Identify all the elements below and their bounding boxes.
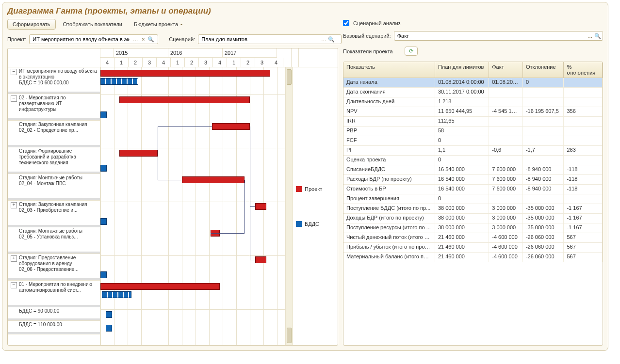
legend-bdds: БДДС <box>296 221 335 227</box>
cell-pct <box>564 117 603 126</box>
tree-row[interactable]: +Стадия: Предоставление оборудования в а… <box>8 254 100 281</box>
cell-fact <box>489 88 523 97</box>
cell-deviation <box>523 88 564 97</box>
legend-project: Проект <box>296 186 335 192</box>
cell-plan: 58 <box>435 127 489 136</box>
expander-icon[interactable]: − <box>11 95 17 102</box>
tree-row[interactable]: Стадия: Монтажные работы02_04 - Монтаж П… <box>8 174 100 201</box>
project-bar[interactable] <box>255 256 266 263</box>
tree-row[interactable]: Стадия: Монтажные работы02_05 - Установк… <box>8 227 100 254</box>
project-bar[interactable] <box>119 150 157 157</box>
cell-fact: 7 600 000 <box>489 165 523 174</box>
col-deviation[interactable]: Отклонение <box>523 62 564 78</box>
project-bar[interactable] <box>255 203 266 210</box>
project-bar[interactable] <box>100 70 270 77</box>
cell-plan: 38 000 000 <box>435 204 489 213</box>
budgets-dropdown[interactable]: Бюджеты проекта <box>130 19 185 30</box>
bdds-bar[interactable] <box>106 325 112 332</box>
tree-row[interactable]: −01 - Мероприятия по внедрению автоматиз… <box>8 281 100 307</box>
clear-icon[interactable]: × <box>139 35 147 43</box>
refresh-button[interactable]: ⟳ <box>405 47 418 56</box>
table-row[interactable]: Доходы БДР (итого по проекту)38 000 0003… <box>343 214 603 223</box>
ellipsis-icon[interactable]: … <box>131 35 139 43</box>
bdds-bar[interactable] <box>106 311 112 318</box>
bdds-bar[interactable] <box>102 291 132 298</box>
project-bar[interactable] <box>119 96 250 103</box>
cell-deviation <box>523 194 564 204</box>
tree-row[interactable]: БДДС = 90 000,00 <box>8 307 100 321</box>
project-bar[interactable] <box>182 176 245 183</box>
table-row[interactable]: Дата начала01.08.2014 0:00:0001.08.2014.… <box>343 78 603 88</box>
col-plan[interactable]: План для лимитов <box>435 62 489 78</box>
table-row[interactable]: Материальный баланс (итого по ...21 460 … <box>343 253 603 262</box>
table-row[interactable]: PI1,1-0,6-1,7283 <box>343 146 603 156</box>
table-row[interactable]: Поступление БДДС (итого по пр...38 000 0… <box>343 204 603 214</box>
cell-fact: 7 600 000 <box>489 175 523 184</box>
cell-indicator: Прибыль / убыток (итого по прое... <box>343 243 435 252</box>
scenario-input[interactable] <box>199 35 320 43</box>
cell-indicator: Поступление БДДС (итого по пр... <box>343 204 435 213</box>
table-row[interactable]: FCF0 <box>343 136 603 146</box>
ellipsis-icon[interactable]: … <box>586 32 594 40</box>
cell-deviation: -8 940 000 <box>523 185 564 194</box>
project-input[interactable] <box>31 35 131 43</box>
bdds-bar[interactable] <box>100 111 107 118</box>
gantt-scrollbar[interactable] <box>285 67 293 345</box>
expander-icon[interactable]: − <box>11 69 17 75</box>
ellipsis-icon[interactable]: … <box>320 35 327 43</box>
table-row[interactable]: Длительность дней1 218 <box>343 97 603 107</box>
cell-fact <box>489 97 523 107</box>
expander-icon[interactable]: + <box>11 255 17 262</box>
table-row[interactable]: Стоимость в БР16 540 0007 600 000-8 940 … <box>343 185 603 194</box>
col-pct[interactable]: % отклонения <box>564 62 603 78</box>
table-row[interactable]: PBP58 <box>343 127 603 136</box>
col-fact[interactable]: Факт <box>489 62 523 78</box>
gantt-chart[interactable] <box>100 67 285 345</box>
bdds-bar[interactable] <box>100 78 138 85</box>
tree-row[interactable]: +Стадия: Закупочная кампания02_03 - Прио… <box>8 201 100 227</box>
table-row[interactable]: Оценка проекта0 <box>343 156 603 165</box>
table-row[interactable]: IRR112,65 <box>343 117 603 127</box>
cell-pct: -1 167 <box>564 204 603 213</box>
show-indicators-button[interactable]: Отображать показатели <box>59 19 127 30</box>
bdds-bar[interactable] <box>100 271 107 278</box>
bdds-bar[interactable] <box>100 165 107 172</box>
tree-row[interactable]: Стадия: Закупочная кампания02_02 - Опред… <box>8 121 100 147</box>
table-row[interactable]: Дата окончания30.11.2017 0:00:00 <box>343 88 603 97</box>
scenario-analysis-checkbox[interactable] <box>343 20 349 26</box>
tree-row[interactable]: −02 - Мероприятия по развертыванию ИТ ин… <box>8 94 100 121</box>
table-row[interactable]: Прибыль / убыток (итого по прое...21 460… <box>343 243 603 253</box>
gantt-legend: Проект БДДС <box>293 67 338 345</box>
cell-fact: 3 000 000 <box>489 214 523 223</box>
project-bar[interactable] <box>212 123 250 130</box>
search-icon[interactable]: 🔍 <box>594 32 602 40</box>
table-row[interactable]: NPV11 650 444,95-4 545 162,...-16 195 60… <box>343 107 603 117</box>
base-scenario-input[interactable] <box>395 32 586 40</box>
generate-button[interactable]: Сформировать <box>7 19 56 30</box>
tree-row[interactable]: БДДС = 110 000,00 <box>8 321 100 334</box>
table-row[interactable]: Процент завершения0 <box>343 194 603 204</box>
cell-plan: 38 000 000 <box>435 214 489 223</box>
col-indicator[interactable]: Показатель <box>343 62 435 78</box>
tree-row[interactable]: −ИТ мероприятия по вводу объекта в экспл… <box>8 67 100 94</box>
cell-plan: 11 650 444,95 <box>435 107 489 116</box>
bdds-bar[interactable] <box>100 218 107 225</box>
table-row[interactable]: СписаниеБДДС16 540 0007 600 000-8 940 00… <box>343 165 603 175</box>
table-row[interactable]: Расходы БДР (по проекту)16 540 0007 600 … <box>343 175 603 185</box>
expander-icon[interactable]: − <box>11 282 17 288</box>
table-row[interactable]: Поступление ресурсы (итого по ...38 000 … <box>343 223 603 233</box>
table-row[interactable]: Чистый денежный поток (итого п...21 460 … <box>343 233 603 243</box>
expander-icon[interactable]: + <box>11 202 17 208</box>
tree-row[interactable]: Стадия: Формирование требований и разраб… <box>8 147 100 174</box>
cell-deviation: -26 060 000 <box>523 243 564 252</box>
cell-deviation: -35 000 000 <box>523 223 564 233</box>
cell-deviation: -1,7 <box>523 146 564 155</box>
project-bar[interactable] <box>100 283 220 290</box>
search-icon[interactable]: 🔍 <box>327 35 335 43</box>
cell-pct <box>564 78 603 87</box>
cell-pct: 567 <box>564 243 603 252</box>
search-icon[interactable]: 🔍 <box>147 35 155 43</box>
cell-pct: -118 <box>564 165 603 174</box>
cell-indicator: Длительность дней <box>343 97 435 107</box>
scenario-analysis-label: Сценарный анализ <box>353 20 401 26</box>
